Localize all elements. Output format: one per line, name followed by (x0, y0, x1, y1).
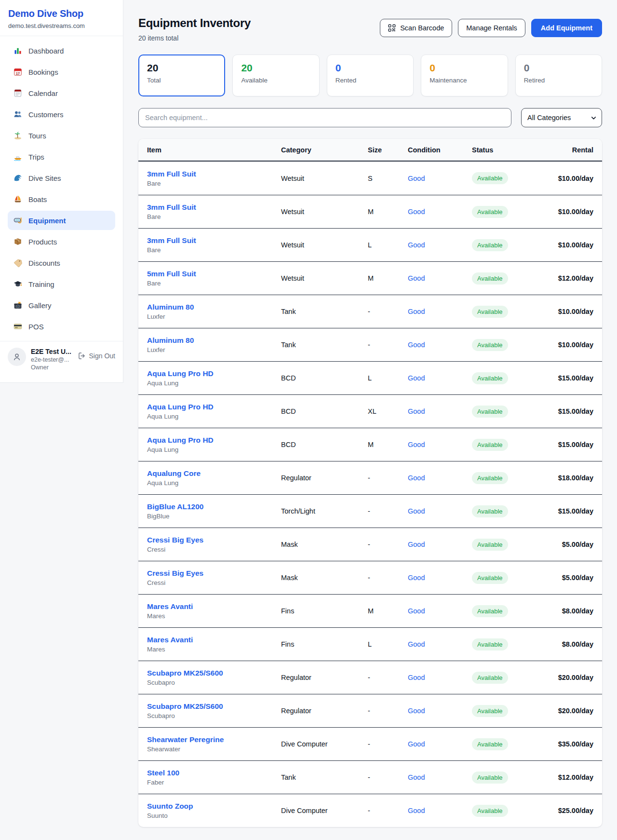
stat-card-retired[interactable]: 0 Retired (515, 54, 602, 96)
condition-link[interactable]: Good (408, 541, 472, 548)
size-cell: - (368, 773, 408, 781)
status-badge: Available (472, 605, 508, 617)
item-brand: Faber (147, 779, 281, 786)
item-link[interactable]: Scubapro MK25/S600 (147, 669, 281, 677)
sidebar-item-boats[interactable]: Boats (8, 190, 115, 209)
condition-link[interactable]: Good (408, 274, 472, 282)
condition-link[interactable]: Good (408, 807, 472, 814)
sidebar-nav: Dashboard 17 Bookings Calendar Customers… (0, 36, 123, 341)
item-link[interactable]: Aqua Lung Pro HD (147, 436, 281, 445)
svg-text:17: 17 (16, 71, 20, 76)
table-row: Aluminum 80 Luxfer Tank - Good Available… (138, 295, 602, 328)
item-link[interactable]: Aqua Lung Pro HD (147, 403, 281, 411)
sidebar-item-dashboard[interactable]: Dashboard (8, 41, 115, 60)
condition-link[interactable]: Good (408, 707, 472, 715)
sidebar-item-discounts[interactable]: Discounts (8, 253, 115, 272)
condition-link[interactable]: Good (408, 574, 472, 582)
add-equipment-button[interactable]: Add Equipment (531, 19, 602, 37)
sidebar-item-training[interactable]: Training (8, 274, 115, 294)
category-cell: Wetsuit (281, 175, 368, 182)
main-content: Equipment Inventory 20 items total Scan … (123, 0, 617, 827)
equipment-table: Item Category Size Condition Status Rent… (138, 139, 602, 827)
sign-out-label: Sign Out (89, 352, 115, 360)
item-link[interactable]: Shearwater Peregrine (147, 735, 281, 744)
condition-link[interactable]: Good (408, 175, 472, 182)
status-badge: Available (472, 406, 508, 418)
stat-card-available[interactable]: 20 Available (232, 54, 319, 96)
sidebar-item-trips[interactable]: Trips (8, 147, 115, 166)
condition-link[interactable]: Good (408, 308, 472, 315)
item-cell: Aqualung Core Aqua Lung (147, 469, 281, 487)
item-cell: Cressi Big Eyes Cressi (147, 536, 281, 553)
stat-value: 0 (429, 62, 499, 74)
status-badge: Available (472, 206, 508, 218)
item-link[interactable]: Aqualung Core (147, 469, 281, 478)
condition-link[interactable]: Good (408, 640, 472, 648)
item-link[interactable]: Aluminum 80 (147, 336, 281, 345)
sidebar-item-bookings[interactable]: 17 Bookings (8, 62, 115, 81)
item-link[interactable]: 3mm Full Suit (147, 170, 281, 178)
stat-label: Rented (335, 77, 405, 84)
condition-link[interactable]: Good (408, 674, 472, 681)
item-link[interactable]: Mares Avanti (147, 636, 281, 644)
item-cell: Aqua Lung Pro HD Aqua Lung (147, 369, 281, 387)
category-select[interactable]: All Categories (521, 108, 602, 127)
scan-barcode-button[interactable]: Scan Barcode (380, 19, 452, 37)
item-brand: Bare (147, 280, 281, 287)
condition-link[interactable]: Good (408, 341, 472, 349)
column-header-status: Status (472, 146, 554, 154)
item-brand: Luxfer (147, 346, 281, 353)
stat-value: 0 (335, 62, 405, 74)
item-cell: Scubapro MK25/S600 Scubapro (147, 702, 281, 719)
condition-link[interactable]: Good (408, 507, 472, 515)
sidebar-item-tours[interactable]: Tours (8, 126, 115, 145)
sidebar-item-products[interactable]: Products (8, 232, 115, 251)
item-link[interactable]: 5mm Full Suit (147, 270, 281, 278)
user-email: e2e-tester@... (31, 356, 71, 363)
item-link[interactable]: 3mm Full Suit (147, 203, 281, 212)
sidebar-item-customers[interactable]: Customers (8, 105, 115, 124)
item-link[interactable]: Cressi Big Eyes (147, 569, 281, 578)
item-link[interactable]: Mares Avanti (147, 602, 281, 611)
condition-link[interactable]: Good (408, 773, 472, 781)
manage-rentals-label: Manage Rentals (466, 24, 517, 32)
condition-link[interactable]: Good (408, 607, 472, 615)
rental-cell: $15.00/day (554, 507, 593, 515)
condition-link[interactable]: Good (408, 407, 472, 415)
size-cell: L (368, 241, 408, 249)
status-badge: Available (472, 272, 508, 285)
item-link[interactable]: Scubapro MK25/S600 (147, 702, 281, 711)
table-row: 5mm Full Suit Bare Wetsuit M Good Availa… (138, 261, 602, 295)
sidebar-item-equipment[interactable]: Equipment (8, 211, 115, 230)
size-cell: - (368, 707, 408, 715)
item-link[interactable]: 3mm Full Suit (147, 236, 281, 245)
sidebar-item-gallery[interactable]: Gallery (8, 296, 115, 315)
sidebar-item-calendar[interactable]: Calendar (8, 83, 115, 103)
status-badge: Available (472, 705, 508, 717)
condition-link[interactable]: Good (408, 441, 472, 448)
category-cell: Dive Computer (281, 807, 368, 814)
manage-rentals-button[interactable]: Manage Rentals (458, 19, 525, 37)
stat-card-maintenance[interactable]: 0 Maintenance (421, 54, 508, 96)
condition-link[interactable]: Good (408, 208, 472, 216)
item-link[interactable]: Steel 100 (147, 769, 281, 777)
sidebar-item-pos[interactable]: POS (8, 317, 115, 336)
stat-card-total[interactable]: 20 Total (138, 54, 225, 96)
condition-link[interactable]: Good (408, 374, 472, 382)
item-link[interactable]: Cressi Big Eyes (147, 536, 281, 544)
search-input[interactable] (138, 108, 511, 127)
category-cell: Wetsuit (281, 241, 368, 249)
item-link[interactable]: Aqua Lung Pro HD (147, 369, 281, 378)
sidebar-item-dive-sites[interactable]: Dive Sites (8, 168, 115, 188)
item-link[interactable]: Aluminum 80 (147, 303, 281, 312)
item-link[interactable]: Suunto Zoop (147, 802, 281, 811)
sign-out-button[interactable]: Sign Out (78, 348, 115, 360)
condition-link[interactable]: Good (408, 474, 472, 482)
item-link[interactable]: BigBlue AL1200 (147, 502, 281, 511)
item-brand: Bare (147, 246, 281, 254)
filter-row: All Categories (138, 108, 602, 127)
condition-link[interactable]: Good (408, 241, 472, 249)
condition-link[interactable]: Good (408, 740, 472, 748)
stat-card-rented[interactable]: 0 Rented (327, 54, 414, 96)
stat-label: Available (241, 77, 310, 84)
